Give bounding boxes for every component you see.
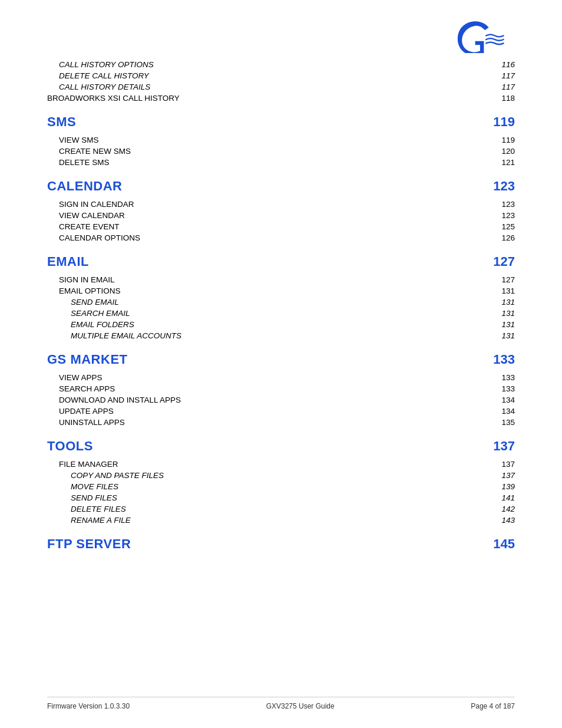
item-label: DELETE FILES	[47, 505, 126, 513]
toc-item-tools-4: DELETE FILES142	[47, 503, 515, 515]
toc-item-gs-market-0: VIEW APPS133	[47, 372, 515, 383]
item-page: 143	[501, 516, 515, 525]
page-container: randstream Innovative IP Voice & Video C…	[0, 0, 562, 728]
toc-item-gs-market-3: UPDATE APPS134	[47, 406, 515, 417]
item-label: DOWNLOAD AND INSTALL APPS	[47, 396, 181, 404]
item-page: 133	[501, 384, 515, 393]
item-label: RENAME A FILE	[47, 516, 131, 525]
section-title-calendar: CALENDAR	[47, 179, 122, 194]
toc-item-tools-5: RENAME A FILE143	[47, 515, 515, 526]
footer-firmware: Firmware Version 1.0.3.30	[47, 702, 130, 710]
item-page: 131	[501, 309, 515, 318]
toc-content: CALL HISTORY OPTIONS116DELETE CALL HISTO…	[47, 59, 515, 552]
toc-item-sms-0: VIEW SMS119	[47, 134, 515, 146]
item-label: MOVE FILES	[47, 482, 118, 491]
item-page: 141	[501, 493, 515, 502]
item-page: 127	[501, 275, 515, 284]
item-label: CREATE NEW SMS	[47, 147, 131, 156]
toc-item-sms-2: DELETE SMS121	[47, 157, 515, 168]
item-page: 121	[501, 158, 515, 167]
footer-guide: GXV3275 User Guide	[266, 702, 335, 710]
item-label: SEARCH EMAIL	[47, 309, 130, 318]
toc-section-tools: TOOLS137FILE MANAGER137COPY AND PASTE FI…	[47, 439, 515, 526]
item-label: UNINSTALL APPS	[47, 418, 125, 427]
item-label: SEND FILES	[47, 493, 117, 502]
item-page: 125	[501, 222, 515, 231]
toc-item-tools-0: FILE MANAGER137	[47, 459, 515, 470]
toc-item-call-history-subsections-0: CALL HISTORY OPTIONS116	[47, 59, 515, 70]
item-label: VIEW CALENDAR	[47, 211, 125, 220]
section-heading-sms: SMS119	[47, 114, 515, 130]
item-page: 123	[501, 211, 515, 220]
toc-section-sms: SMS119VIEW SMS119CREATE NEW SMS120DELETE…	[47, 114, 515, 168]
item-page: 137	[501, 460, 515, 469]
toc-section-gs-market: GS MARKET133VIEW APPS133SEARCH APPS133DO…	[47, 352, 515, 428]
item-page: 123	[501, 200, 515, 209]
item-label: SIGN IN CALENDAR	[47, 200, 134, 209]
section-page-calendar: 123	[493, 179, 515, 194]
item-page: 119	[501, 136, 515, 144]
item-label: UPDATE APPS	[47, 407, 114, 416]
item-page: 126	[501, 233, 515, 242]
section-title-email: EMAIL	[47, 254, 89, 269]
item-page: 142	[501, 505, 515, 513]
toc-item-calendar-0: SIGN IN CALENDAR123	[47, 199, 515, 210]
footer-page: Page 4 of 187	[471, 702, 515, 710]
toc-item-tools-2: MOVE FILES139	[47, 481, 515, 492]
item-label: CALL HISTORY OPTIONS	[47, 60, 154, 69]
section-page-email: 127	[493, 254, 515, 269]
item-label: DELETE CALL HISTORY	[47, 71, 149, 80]
item-page: 118	[501, 94, 515, 103]
section-page-tools: 137	[493, 439, 515, 454]
item-label: BROADWORKS XSI CALL HISTORY	[47, 94, 180, 103]
toc-item-calendar-1: VIEW CALENDAR123	[47, 210, 515, 221]
item-page: 139	[501, 482, 515, 491]
item-label: SIGN IN EMAIL	[47, 275, 115, 284]
toc-item-call-history-subsections-1: DELETE CALL HISTORY117	[47, 70, 515, 81]
toc-item-call-history-subsections-2: CALL HISTORY DETAILS117	[47, 81, 515, 93]
toc-item-tools-1: COPY AND PASTE FILES137	[47, 470, 515, 481]
section-title-gs-market: GS MARKET	[47, 352, 128, 367]
item-page: 133	[501, 373, 515, 382]
toc-item-gs-market-1: SEARCH APPS133	[47, 383, 515, 394]
item-label: SEND EMAIL	[47, 298, 119, 307]
item-page: 134	[501, 396, 515, 404]
toc-item-calendar-3: CALENDAR OPTIONS126	[47, 232, 515, 243]
item-label: DELETE SMS	[47, 158, 110, 167]
section-heading-calendar: CALENDAR123	[47, 179, 515, 194]
item-page: 131	[501, 298, 515, 307]
toc-item-email-2: SEND EMAIL131	[47, 297, 515, 308]
item-page: 131	[501, 331, 515, 340]
item-page: 137	[501, 471, 515, 480]
section-page-ftp-server: 145	[493, 536, 515, 552]
item-label: CALENDAR OPTIONS	[47, 233, 140, 242]
item-page: 117	[501, 71, 515, 80]
item-label: VIEW APPS	[47, 373, 103, 382]
item-label: FILE MANAGER	[47, 460, 118, 469]
toc-item-gs-market-2: DOWNLOAD AND INSTALL APPS134	[47, 394, 515, 406]
section-heading-ftp-server: FTP SERVER145	[47, 536, 515, 552]
toc-item-tools-3: SEND FILES141	[47, 492, 515, 503]
toc-item-call-history-subsections-3: BROADWORKS XSI CALL HISTORY118	[47, 93, 515, 104]
logo-area: randstream Innovative IP Voice & Video	[47, 12, 515, 59]
grandstream-logo: randstream Innovative IP Voice & Video	[444, 18, 515, 53]
item-page: 134	[501, 407, 515, 416]
toc-item-email-5: MULTIPLE EMAIL ACCOUNTS131	[47, 330, 515, 341]
item-label: CREATE EVENT	[47, 222, 120, 231]
toc-item-sms-1: CREATE NEW SMS120	[47, 146, 515, 157]
section-heading-email: EMAIL127	[47, 254, 515, 269]
item-label: COPY AND PASTE FILES	[47, 471, 164, 480]
item-page: 117	[501, 83, 515, 91]
toc-section-call-history-subsections: CALL HISTORY OPTIONS116DELETE CALL HISTO…	[47, 59, 515, 104]
section-title-ftp-server: FTP SERVER	[47, 536, 131, 552]
toc-section-ftp-server: FTP SERVER145	[47, 536, 515, 552]
toc-item-gs-market-4: UNINSTALL APPS135	[47, 417, 515, 428]
item-label: EMAIL OPTIONS	[47, 286, 121, 295]
item-label: EMAIL FOLDERS	[47, 320, 134, 329]
toc-item-email-0: SIGN IN EMAIL127	[47, 274, 515, 285]
section-page-sms: 119	[493, 114, 515, 130]
section-heading-tools: TOOLS137	[47, 439, 515, 454]
toc-section-email: EMAIL127SIGN IN EMAIL127EMAIL OPTIONS131…	[47, 254, 515, 341]
item-page: 116	[501, 60, 515, 69]
toc-item-email-1: EMAIL OPTIONS131	[47, 285, 515, 297]
